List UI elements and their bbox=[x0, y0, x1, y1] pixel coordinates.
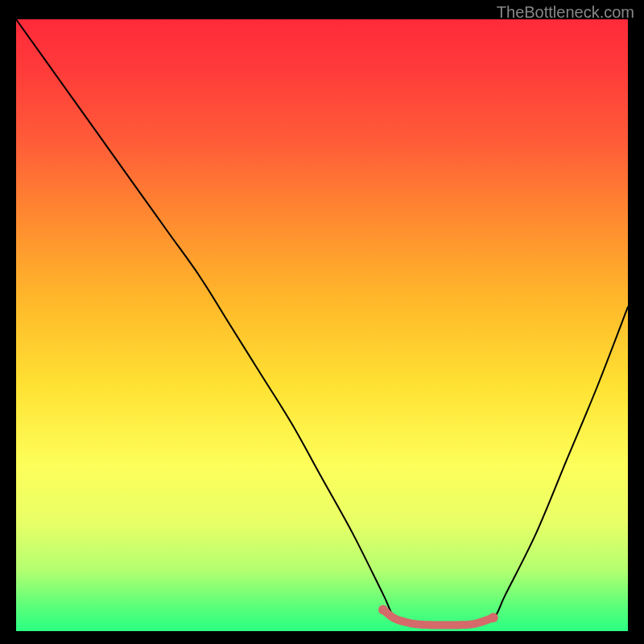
optimal-marker bbox=[383, 609, 493, 625]
bottleneck-curve bbox=[16, 19, 628, 625]
watermark-text: TheBottleneck.com bbox=[497, 3, 634, 22]
optimal-marker-end-dot bbox=[489, 613, 498, 622]
chart-svg bbox=[16, 19, 628, 631]
plot-area bbox=[16, 19, 628, 631]
optimal-marker-start-dot bbox=[378, 605, 388, 614]
